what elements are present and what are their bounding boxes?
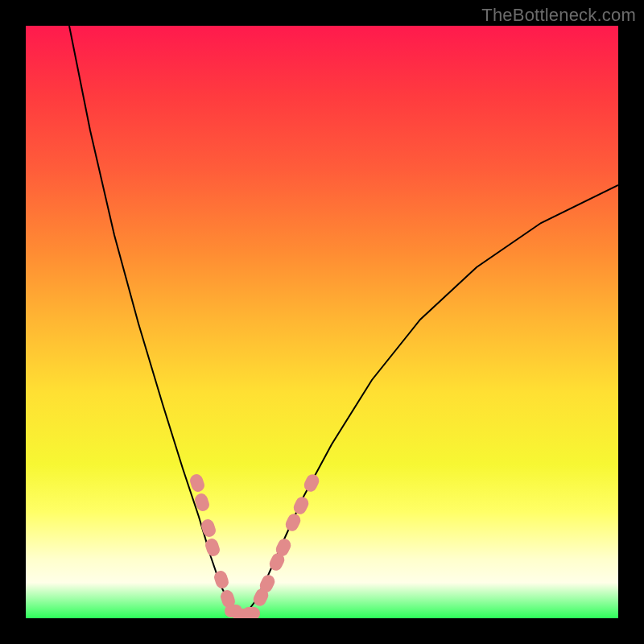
outer-frame: TheBottleneck.com <box>0 0 644 644</box>
svg-rect-15 <box>242 607 260 618</box>
right-branch-curve <box>242 185 618 617</box>
svg-rect-12 <box>302 473 321 494</box>
svg-rect-0 <box>188 473 206 493</box>
svg-rect-2 <box>200 518 217 539</box>
marker-dots <box>188 473 321 618</box>
left-branch-curve <box>69 26 242 617</box>
plot-area <box>26 26 618 618</box>
watermark-text: TheBottleneck.com <box>481 5 636 26</box>
curve-layer <box>26 26 618 618</box>
svg-rect-10 <box>283 512 303 534</box>
svg-rect-4 <box>213 569 230 590</box>
svg-rect-11 <box>291 495 311 517</box>
